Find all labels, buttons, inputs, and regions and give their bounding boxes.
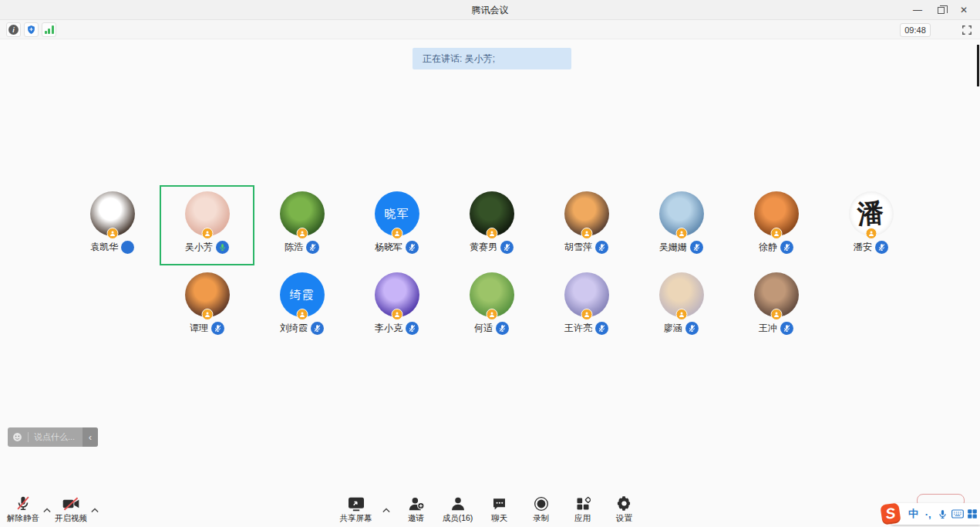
start-video-button[interactable]: 开启视频: [52, 495, 89, 524]
avatar-text: 绮霞: [290, 288, 315, 302]
chat-button[interactable]: 聊天: [483, 495, 517, 524]
host-badge-icon: [865, 228, 877, 239]
close-button[interactable]: ✕: [952, 0, 975, 20]
participant-tile[interactable]: 廖涵: [634, 266, 729, 346]
meeting-info-button[interactable]: i: [6, 22, 21, 37]
emoji-icon[interactable]: [12, 432, 22, 442]
scrollbar-thumb[interactable]: [977, 45, 979, 86]
chat-collapse-button[interactable]: ‹: [83, 427, 98, 447]
settings-button[interactable]: 设置: [608, 495, 642, 524]
host-badge-icon: [770, 228, 782, 239]
participant-avatar-green-leaves: [280, 191, 325, 236]
minimize-button[interactable]: —: [906, 0, 929, 20]
participant-avatar-sunset-silhouette: [564, 191, 609, 236]
participant-tile[interactable]: 王许亮: [539, 266, 634, 346]
share-options-chevron[interactable]: [382, 508, 390, 513]
ime-language-mode[interactable]: 中: [906, 507, 921, 521]
participant-avatar-initials: 晓军: [375, 191, 419, 236]
participant-tile[interactable]: 晓军 杨晓军: [349, 185, 444, 265]
members-button[interactable]: 成员(16): [441, 495, 475, 524]
participant-tile[interactable]: 吴姗姗: [634, 185, 729, 265]
restore-button[interactable]: [929, 0, 952, 20]
ime-punctuation-icon[interactable]: ·,: [921, 508, 935, 520]
participant-tile[interactable]: 袁凯华: [65, 185, 160, 265]
participant-tile[interactable]: 李小克: [349, 266, 444, 346]
host-badge-icon: [581, 228, 592, 239]
participant-name: 李小克: [375, 322, 402, 335]
share-screen-label: 共享屏幕: [340, 513, 372, 524]
host-badge-icon: [391, 228, 402, 239]
participant-name: 何适: [474, 322, 493, 335]
participant-row-1: 袁凯华 吴小芳 陈浩: [65, 185, 918, 265]
meeting-toolbar: 共享屏幕 邀请 成员(16): [339, 495, 642, 524]
video-options-chevron[interactable]: [91, 508, 99, 513]
mic-status-icon: [216, 241, 229, 254]
avatar-text: 潘: [856, 195, 885, 232]
host-badge-icon: [486, 309, 497, 320]
participant-tile[interactable]: 陈浩: [254, 185, 349, 265]
members-icon: [450, 496, 466, 512]
participant-avatar-calligraphy: 潘: [849, 191, 894, 236]
apps-button[interactable]: 应用: [566, 495, 600, 524]
fullscreen-button[interactable]: [960, 23, 974, 37]
invite-button[interactable]: 邀请: [399, 495, 433, 524]
host-badge-icon: [106, 228, 118, 239]
audio-options-chevron[interactable]: [43, 508, 51, 513]
info-icon: i: [8, 25, 19, 35]
participant-name: 杨晓军: [375, 241, 402, 254]
sogou-logo-icon[interactable]: S: [880, 502, 901, 525]
mic-status-icon: [685, 322, 699, 335]
participant-avatar-tiger-face: [754, 191, 799, 236]
participant-tile[interactable]: 潘 潘安: [823, 185, 918, 265]
participant-name: 谭理: [190, 322, 208, 335]
participant-name: 王许亮: [564, 322, 592, 335]
participant-tile[interactable]: 吴小芳: [160, 185, 254, 265]
chat-label: 聊天: [491, 513, 507, 524]
host-badge-icon: [770, 309, 782, 320]
ime-toolbox-icon[interactable]: [965, 508, 980, 519]
participant-name: 潘安: [854, 241, 872, 254]
mic-status-icon: [406, 322, 419, 335]
host-badge-icon: [296, 228, 308, 239]
participant-tile[interactable]: 胡雪萍: [539, 185, 634, 265]
host-badge-icon: [201, 309, 213, 320]
mic-status-icon: [211, 322, 224, 335]
unmute-button[interactable]: 解除静音: [5, 495, 42, 524]
participant-tile[interactable]: 谭理: [160, 266, 254, 346]
participant-tile[interactable]: 徐静: [729, 185, 823, 265]
participant-tile[interactable]: 绮霞 刘绮霞: [254, 266, 349, 346]
mic-status-icon: [500, 241, 514, 254]
participant-avatar-sunset-road: [185, 272, 230, 317]
ime-keyboard-icon[interactable]: [951, 509, 965, 519]
participant-avatar-fireflies-night: [470, 191, 514, 236]
meeting-security-button[interactable]: [24, 22, 39, 37]
tencent-meeting-window: { "window": { "title": "腾讯会议", "minimize…: [0, 0, 980, 527]
fullscreen-icon: [961, 25, 972, 35]
chat-quick-input[interactable]: 说点什么... ‹: [8, 427, 98, 447]
record-button[interactable]: 录制: [524, 495, 558, 524]
participant-tile[interactable]: 何适: [444, 266, 539, 346]
mic-off-icon: [15, 495, 32, 512]
invite-label: 邀请: [408, 513, 424, 524]
title-bar: 腾讯会议 — ✕: [0, 0, 980, 20]
participant-avatar-baby-feet: [185, 191, 230, 236]
mic-status-icon: [690, 241, 703, 254]
share-screen-button[interactable]: 共享屏幕: [339, 495, 373, 524]
chat-input-placeholder[interactable]: 说点什么...: [34, 431, 83, 443]
mic-status-icon: [780, 322, 793, 335]
avatar-text: 晓军: [385, 207, 409, 221]
participant-tile[interactable]: 王冲: [729, 266, 823, 346]
unmute-label: 解除静音: [7, 513, 39, 524]
mic-status-icon: [780, 241, 793, 254]
host-badge-icon: [201, 228, 213, 239]
ime-voice-icon[interactable]: [935, 508, 950, 520]
network-quality-button[interactable]: [42, 22, 56, 37]
host-badge-icon: [296, 309, 308, 320]
participant-name: 徐静: [759, 241, 777, 254]
participant-tile[interactable]: 黄赛男: [444, 185, 539, 265]
participant-avatar-cartoon-dog: [90, 191, 135, 236]
host-badge-icon: [675, 309, 687, 320]
mic-status-icon: [875, 241, 888, 254]
participant-avatar-ringed-planet: [564, 272, 609, 317]
participant-avatar-sea-sky: [659, 191, 704, 236]
